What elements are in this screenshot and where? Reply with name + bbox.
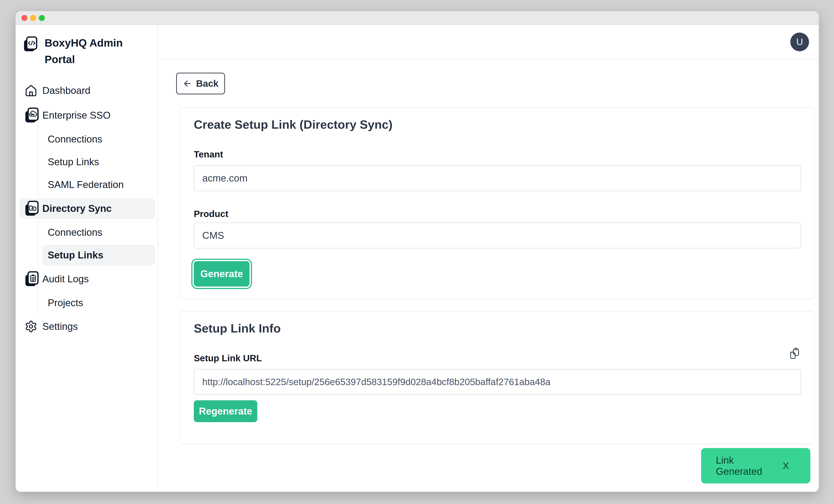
sso-cloud-keycap-icon (24, 107, 39, 123)
sidebar-item-label: Enterprise SSO (42, 110, 111, 121)
sidebar-item-saml-federation[interactable]: SAML Federation (16, 173, 155, 196)
copy-button[interactable] (788, 347, 801, 360)
sidebar-item-settings[interactable]: Settings (16, 315, 155, 338)
setup-link-url-input[interactable] (194, 369, 801, 395)
arrow-left-icon (183, 79, 192, 88)
sidebar-item-label: Setup Links (48, 249, 103, 261)
top-bar: U (158, 25, 819, 59)
sidebar-item-label: Audit Logs (42, 273, 89, 285)
directory-keycap-icon (24, 200, 39, 217)
toast-close-button[interactable]: X (783, 461, 789, 471)
app-window: BoxyHQ Admin Portal Dashboard (16, 11, 819, 492)
back-button[interactable]: Back (176, 73, 225, 94)
generate-button[interactable]: Generate (194, 261, 249, 287)
sidebar-item-label: Settings (42, 321, 78, 332)
back-button-label: Back (196, 78, 218, 89)
brand-title: BoxyHQ Admin Portal (45, 35, 127, 68)
boxyhq-logo-icon (23, 36, 38, 52)
sidebar-item-audit-logs[interactable]: Audit Logs (16, 267, 155, 291)
home-icon (24, 84, 39, 97)
sidebar-item-dashboard[interactable]: Dashboard (16, 79, 155, 102)
product-label: Product (194, 209, 228, 219)
product-input[interactable] (194, 223, 801, 248)
tenant-input[interactable] (194, 165, 801, 191)
close-window-button[interactable] (21, 15, 27, 21)
sidebar-item-label: Connections (48, 134, 102, 145)
sidebar-item-label: Dashboard (42, 85, 90, 96)
main-area: U Back Create Setup Link (Directory Sync… (158, 25, 819, 492)
setup-link-info-card: Setup Link Info Setup Link URL (179, 311, 815, 444)
create-card-title: Create Setup Link (Directory Sync) (194, 117, 393, 131)
create-setup-link-card: Create Setup Link (Directory Sync) Tenan… (179, 107, 815, 300)
setup-link-url-label: Setup Link URL (194, 353, 262, 364)
sidebar-item-label: Connections (48, 227, 102, 238)
clipboard-copy-icon (788, 347, 801, 359)
avatar[interactable]: U (790, 32, 809, 51)
desktop: { "window": { "traffic_lights": ["close"… (0, 0, 834, 504)
window-content: BoxyHQ Admin Portal Dashboard (16, 25, 819, 492)
sidebar-item-label: SAML Federation (48, 179, 124, 190)
sidebar-item-enterprise-sso[interactable]: Enterprise SSO (16, 104, 155, 127)
toast-message: Link Generated (716, 455, 783, 477)
sidebar-item-projects[interactable]: Projects (16, 291, 155, 315)
info-card-title: Setup Link Info (194, 321, 281, 335)
sidebar-item-label: Directory Sync (42, 203, 112, 214)
sidebar-item-dsync-connections[interactable]: Connections (16, 221, 155, 244)
sidebar-item-dsync-setup-links[interactable]: Setup Links (16, 243, 155, 267)
zoom-window-button[interactable] (39, 15, 45, 21)
regenerate-button[interactable]: Regenerate (194, 400, 257, 422)
audit-keycap-icon (24, 271, 39, 287)
page-content: Back Create Setup Link (Directory Sync) … (158, 59, 819, 492)
window-titlebar (16, 11, 819, 25)
toast-success: Link Generated X (701, 448, 810, 483)
minimize-window-button[interactable] (30, 15, 36, 21)
sidebar: BoxyHQ Admin Portal Dashboard (16, 25, 158, 492)
sidebar-item-sso-setup-links[interactable]: Setup Links (16, 150, 155, 174)
avatar-initial: U (796, 37, 803, 47)
sidebar-item-directory-sync[interactable]: Directory Sync (16, 197, 155, 220)
gear-icon (24, 320, 39, 333)
sidebar-item-sso-connections[interactable]: Connections (16, 127, 155, 151)
sidebar-item-label: Projects (48, 297, 83, 308)
tenant-label: Tenant (194, 149, 223, 160)
sidebar-item-label: Setup Links (48, 156, 99, 168)
